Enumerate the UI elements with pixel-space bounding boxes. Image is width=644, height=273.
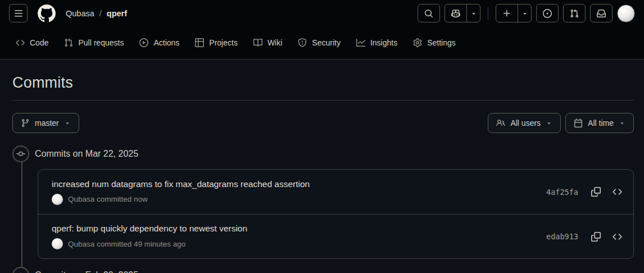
people-icon — [496, 119, 505, 128]
commit-row: qperf: bump quickly dependency to newest… — [38, 214, 633, 258]
git-pull-request-icon — [64, 38, 73, 47]
commit-list: increased num datagrams to fix max_datag… — [38, 169, 634, 259]
tab-projects[interactable]: Projects — [191, 26, 242, 59]
commit-group-header: Commits on Feb 20, 2025 — [12, 266, 634, 273]
commit-actions: edab913 — [546, 228, 625, 245]
copilot-menu — [445, 4, 480, 22]
users-filter-label: All users — [510, 119, 541, 128]
calendar-icon — [574, 119, 583, 128]
app-header: Qubasa / qperf — [0, 0, 644, 26]
commit-group: Commits on Feb 20, 2025 — [12, 266, 634, 273]
copy-icon — [591, 187, 601, 197]
tab-security[interactable]: Security — [293, 26, 345, 59]
time-filter-label: All time — [588, 119, 614, 128]
git-branch-icon — [21, 119, 30, 128]
commit-author-avatar[interactable] — [52, 194, 63, 205]
filter-controls: All users All time — [488, 113, 634, 133]
commits-timeline: Commits on Mar 22, 2025 increased num da… — [12, 144, 634, 273]
plus-icon — [502, 9, 511, 18]
inbox-button[interactable] — [590, 4, 613, 22]
code-icon — [16, 38, 25, 47]
tab-label: Code — [30, 38, 48, 47]
commits-controls: master All users All time — [12, 113, 634, 133]
issues-button[interactable] — [536, 4, 559, 22]
commit-date-heading: Commits on Mar 22, 2025 — [35, 149, 138, 159]
header-divider — [488, 7, 488, 20]
branch-label: master — [35, 119, 59, 128]
copilot-dropdown-button[interactable] — [466, 4, 480, 22]
tab-wiki[interactable]: Wiki — [249, 26, 287, 59]
commit-group-header: Commits on Mar 22, 2025 — [12, 144, 634, 163]
page-title: Commits — [12, 74, 634, 92]
tab-label: Pull requests — [78, 38, 124, 47]
tab-label: Projects — [209, 38, 238, 47]
git-commit-icon — [12, 267, 29, 273]
code-icon — [613, 187, 622, 197]
commit-meta-text: Qubasa committed now — [68, 195, 148, 203]
triangle-down-icon — [619, 120, 625, 126]
shield-icon — [298, 38, 307, 47]
branch-selector-button[interactable]: master — [12, 113, 79, 133]
users-filter-button[interactable]: All users — [488, 113, 561, 133]
commit-row: increased num datagrams to fix max_datag… — [38, 170, 633, 214]
tab-label: Wiki — [267, 38, 282, 47]
view-code-button[interactable] — [609, 228, 625, 245]
inbox-icon — [597, 9, 606, 18]
chevron-down-icon — [521, 10, 528, 17]
tab-insights[interactable]: Insights — [352, 26, 402, 59]
create-new-button[interactable] — [496, 4, 518, 22]
user-avatar[interactable] — [617, 4, 635, 22]
header-actions — [418, 4, 635, 22]
search-button[interactable] — [418, 4, 440, 22]
triangle-down-icon — [64, 120, 71, 126]
commit-meta-text: Qubasa committed 49 minutes ago — [68, 240, 185, 248]
search-icon — [424, 9, 433, 18]
tab-actions[interactable]: Actions — [135, 26, 184, 59]
tab-code[interactable]: Code — [11, 26, 53, 59]
github-logo[interactable] — [38, 4, 56, 22]
commit-group: Commits on Mar 22, 2025 increased num da… — [12, 144, 634, 259]
view-code-button[interactable] — [609, 184, 625, 201]
tab-pull-requests[interactable]: Pull requests — [60, 26, 128, 59]
breadcrumb-separator: / — [99, 9, 102, 18]
tab-label: Settings — [427, 38, 456, 47]
book-icon — [253, 38, 262, 47]
breadcrumb: Qubasa / qperf — [66, 9, 127, 18]
git-commit-icon — [12, 145, 29, 162]
commit-hash-link[interactable]: edab913 — [546, 232, 578, 241]
play-icon — [139, 38, 148, 47]
hamburger-menu-button[interactable] — [9, 4, 28, 22]
tab-label: Actions — [153, 38, 179, 47]
commit-title-link[interactable]: qperf: bump quickly dependency to newest… — [52, 224, 247, 234]
tab-label: Security — [312, 38, 341, 47]
copy-sha-button[interactable] — [587, 184, 604, 201]
git-pull-request-icon — [570, 9, 579, 18]
commit-meta: Qubasa committed now — [52, 194, 310, 205]
pull-requests-button[interactable] — [563, 4, 586, 22]
repo-nav: Code Pull requests Actions Projects Wiki… — [0, 26, 644, 60]
commit-meta: Qubasa committed 49 minutes ago — [52, 238, 247, 249]
graph-icon — [356, 38, 365, 47]
commit-date-heading: Commits on Feb 20, 2025 — [35, 270, 138, 273]
commit-info: qperf: bump quickly dependency to newest… — [52, 224, 247, 249]
gear-icon — [413, 38, 422, 47]
time-filter-button[interactable]: All time — [565, 113, 634, 133]
commit-title-link[interactable]: increased num datagrams to fix max_datag… — [52, 179, 310, 189]
main-content: Commits master All users All time — [0, 74, 644, 273]
create-new-menu — [496, 4, 532, 22]
commit-actions: 4af25fa — [546, 184, 625, 201]
copy-sha-button[interactable] — [587, 228, 604, 245]
tab-settings[interactable]: Settings — [409, 26, 460, 59]
breadcrumb-owner[interactable]: Qubasa — [66, 9, 94, 18]
create-new-dropdown-button[interactable] — [518, 4, 531, 22]
code-icon — [613, 232, 622, 242]
tab-label: Insights — [370, 38, 397, 47]
commit-hash-link[interactable]: 4af25fa — [546, 188, 578, 197]
table-icon — [195, 38, 204, 47]
commit-author-avatar[interactable] — [52, 238, 63, 249]
copilot-icon — [451, 9, 460, 18]
copilot-button[interactable] — [445, 4, 466, 22]
issue-opened-icon — [543, 9, 552, 18]
breadcrumb-repo[interactable]: qperf — [107, 9, 127, 18]
three-bars-icon — [14, 9, 23, 18]
